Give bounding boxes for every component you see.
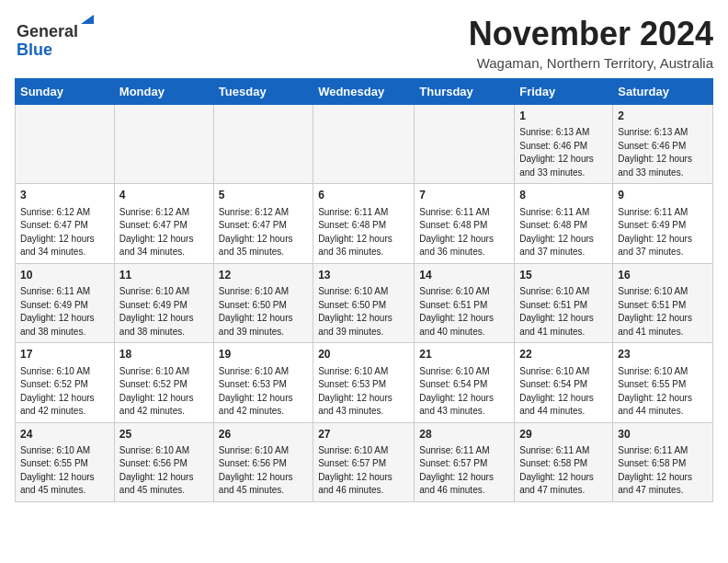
calendar-cell: 29Sunrise: 6:11 AM Sunset: 6:58 PM Dayli… xyxy=(515,422,613,501)
calendar-cell: 21Sunrise: 6:10 AM Sunset: 6:54 PM Dayli… xyxy=(415,343,515,422)
col-header-thursday: Thursday xyxy=(415,79,515,105)
calendar-cell: 7Sunrise: 6:11 AM Sunset: 6:48 PM Daylig… xyxy=(415,184,515,263)
day-info: Sunrise: 6:10 AM Sunset: 6:56 PM Dayligh… xyxy=(119,444,209,498)
calendar-cell: 11Sunrise: 6:10 AM Sunset: 6:49 PM Dayli… xyxy=(114,263,213,342)
day-number: 26 xyxy=(219,427,308,442)
calendar-week-2: 3Sunrise: 6:12 AM Sunset: 6:47 PM Daylig… xyxy=(16,184,713,263)
calendar-cell: 28Sunrise: 6:11 AM Sunset: 6:57 PM Dayli… xyxy=(415,422,515,501)
calendar-cell xyxy=(16,105,115,184)
calendar-cell: 4Sunrise: 6:12 AM Sunset: 6:47 PM Daylig… xyxy=(114,184,213,263)
calendar-cell: 9Sunrise: 6:11 AM Sunset: 6:49 PM Daylig… xyxy=(613,184,713,263)
col-header-saturday: Saturday xyxy=(613,79,713,105)
header-row: SundayMondayTuesdayWednesdayThursdayFrid… xyxy=(16,79,713,105)
col-header-friday: Friday xyxy=(515,79,613,105)
calendar-cell xyxy=(114,105,213,184)
day-number: 27 xyxy=(318,427,409,442)
day-info: Sunrise: 6:10 AM Sunset: 6:51 PM Dayligh… xyxy=(618,285,708,339)
calendar-cell: 16Sunrise: 6:10 AM Sunset: 6:51 PM Dayli… xyxy=(613,263,713,342)
day-info: Sunrise: 6:10 AM Sunset: 6:50 PM Dayligh… xyxy=(219,285,308,339)
day-number: 7 xyxy=(419,188,509,203)
calendar-cell: 18Sunrise: 6:10 AM Sunset: 6:52 PM Dayli… xyxy=(114,343,213,422)
day-info: Sunrise: 6:10 AM Sunset: 6:49 PM Dayligh… xyxy=(119,285,209,339)
col-header-monday: Monday xyxy=(114,79,213,105)
day-number: 28 xyxy=(419,427,509,442)
day-info: Sunrise: 6:10 AM Sunset: 6:53 PM Dayligh… xyxy=(219,365,308,419)
calendar-cell: 23Sunrise: 6:10 AM Sunset: 6:55 PM Dayli… xyxy=(613,343,713,422)
calendar-cell: 2Sunrise: 6:13 AM Sunset: 6:46 PM Daylig… xyxy=(613,105,713,184)
day-info: Sunrise: 6:10 AM Sunset: 6:50 PM Dayligh… xyxy=(318,285,409,339)
day-number: 18 xyxy=(119,347,209,362)
header: General Blue November 2024 Wagaman, Nort… xyxy=(15,15,713,71)
day-number: 15 xyxy=(519,268,608,283)
day-info: Sunrise: 6:11 AM Sunset: 6:49 PM Dayligh… xyxy=(618,206,708,259)
calendar-week-5: 24Sunrise: 6:10 AM Sunset: 6:55 PM Dayli… xyxy=(16,422,713,501)
day-number: 30 xyxy=(618,427,708,442)
col-header-sunday: Sunday xyxy=(16,79,115,105)
calendar-cell: 27Sunrise: 6:10 AM Sunset: 6:57 PM Dayli… xyxy=(313,422,415,501)
title-area: November 2024 Wagaman, Northern Territor… xyxy=(469,15,713,71)
day-number: 9 xyxy=(618,188,708,203)
svg-text:Blue: Blue xyxy=(17,40,52,59)
day-number: 11 xyxy=(119,268,209,283)
calendar-cell: 17Sunrise: 6:10 AM Sunset: 6:52 PM Dayli… xyxy=(16,343,115,422)
day-number: 21 xyxy=(419,347,509,362)
calendar-cell: 14Sunrise: 6:10 AM Sunset: 6:51 PM Dayli… xyxy=(415,263,515,342)
logo-svg: General Blue xyxy=(15,15,107,63)
day-info: Sunrise: 6:11 AM Sunset: 6:58 PM Dayligh… xyxy=(519,444,608,498)
day-info: Sunrise: 6:10 AM Sunset: 6:57 PM Dayligh… xyxy=(318,444,409,498)
calendar-cell: 6Sunrise: 6:11 AM Sunset: 6:48 PM Daylig… xyxy=(313,184,415,263)
calendar-cell: 24Sunrise: 6:10 AM Sunset: 6:55 PM Dayli… xyxy=(16,422,115,501)
svg-text:General: General xyxy=(17,22,78,40)
day-number: 14 xyxy=(419,268,509,283)
col-header-wednesday: Wednesday xyxy=(313,79,415,105)
day-info: Sunrise: 6:12 AM Sunset: 6:47 PM Dayligh… xyxy=(119,206,209,259)
day-number: 10 xyxy=(20,268,109,283)
calendar-cell xyxy=(213,105,313,184)
day-number: 24 xyxy=(20,427,109,442)
day-info: Sunrise: 6:10 AM Sunset: 6:54 PM Dayligh… xyxy=(519,365,608,419)
day-number: 3 xyxy=(20,188,109,203)
day-info: Sunrise: 6:11 AM Sunset: 6:57 PM Dayligh… xyxy=(419,444,509,498)
day-info: Sunrise: 6:10 AM Sunset: 6:51 PM Dayligh… xyxy=(519,285,608,339)
day-info: Sunrise: 6:11 AM Sunset: 6:49 PM Dayligh… xyxy=(20,285,109,339)
calendar-cell: 20Sunrise: 6:10 AM Sunset: 6:53 PM Dayli… xyxy=(313,343,415,422)
calendar-table: SundayMondayTuesdayWednesdayThursdayFrid… xyxy=(15,78,713,502)
calendar-week-1: 1Sunrise: 6:13 AM Sunset: 6:46 PM Daylig… xyxy=(16,105,713,184)
day-info: Sunrise: 6:11 AM Sunset: 6:48 PM Dayligh… xyxy=(318,206,409,259)
day-info: Sunrise: 6:12 AM Sunset: 6:47 PM Dayligh… xyxy=(20,206,109,259)
day-number: 4 xyxy=(119,188,209,203)
svg-marker-2 xyxy=(81,15,94,24)
month-title: November 2024 xyxy=(469,15,713,53)
day-number: 6 xyxy=(318,188,409,203)
day-info: Sunrise: 6:11 AM Sunset: 6:48 PM Dayligh… xyxy=(519,206,608,259)
calendar-cell: 5Sunrise: 6:12 AM Sunset: 6:47 PM Daylig… xyxy=(213,184,313,263)
day-number: 16 xyxy=(618,268,708,283)
day-info: Sunrise: 6:10 AM Sunset: 6:55 PM Dayligh… xyxy=(20,444,109,498)
day-number: 12 xyxy=(219,268,308,283)
calendar-cell: 30Sunrise: 6:11 AM Sunset: 6:58 PM Dayli… xyxy=(613,422,713,501)
day-number: 5 xyxy=(219,188,308,203)
day-number: 22 xyxy=(519,347,608,362)
day-info: Sunrise: 6:10 AM Sunset: 6:51 PM Dayligh… xyxy=(419,285,509,339)
calendar-cell: 26Sunrise: 6:10 AM Sunset: 6:56 PM Dayli… xyxy=(213,422,313,501)
calendar-cell: 19Sunrise: 6:10 AM Sunset: 6:53 PM Dayli… xyxy=(213,343,313,422)
calendar-cell: 1Sunrise: 6:13 AM Sunset: 6:46 PM Daylig… xyxy=(515,105,613,184)
day-info: Sunrise: 6:10 AM Sunset: 6:52 PM Dayligh… xyxy=(119,365,209,419)
calendar-cell: 3Sunrise: 6:12 AM Sunset: 6:47 PM Daylig… xyxy=(16,184,115,263)
day-number: 13 xyxy=(318,268,409,283)
day-info: Sunrise: 6:11 AM Sunset: 6:48 PM Dayligh… xyxy=(419,206,509,259)
calendar-cell xyxy=(313,105,415,184)
calendar-cell: 22Sunrise: 6:10 AM Sunset: 6:54 PM Dayli… xyxy=(515,343,613,422)
day-info: Sunrise: 6:10 AM Sunset: 6:53 PM Dayligh… xyxy=(318,365,409,419)
day-number: 19 xyxy=(219,347,308,362)
day-info: Sunrise: 6:10 AM Sunset: 6:52 PM Dayligh… xyxy=(20,365,109,419)
day-info: Sunrise: 6:12 AM Sunset: 6:47 PM Dayligh… xyxy=(219,206,308,259)
day-number: 20 xyxy=(318,347,409,362)
day-info: Sunrise: 6:13 AM Sunset: 6:46 PM Dayligh… xyxy=(519,126,608,179)
day-number: 17 xyxy=(20,347,109,362)
day-info: Sunrise: 6:10 AM Sunset: 6:56 PM Dayligh… xyxy=(219,444,308,498)
day-number: 25 xyxy=(119,427,209,442)
subtitle: Wagaman, Northern Territory, Australia xyxy=(469,55,713,71)
day-info: Sunrise: 6:11 AM Sunset: 6:58 PM Dayligh… xyxy=(618,444,708,498)
logo: General Blue xyxy=(15,15,97,66)
